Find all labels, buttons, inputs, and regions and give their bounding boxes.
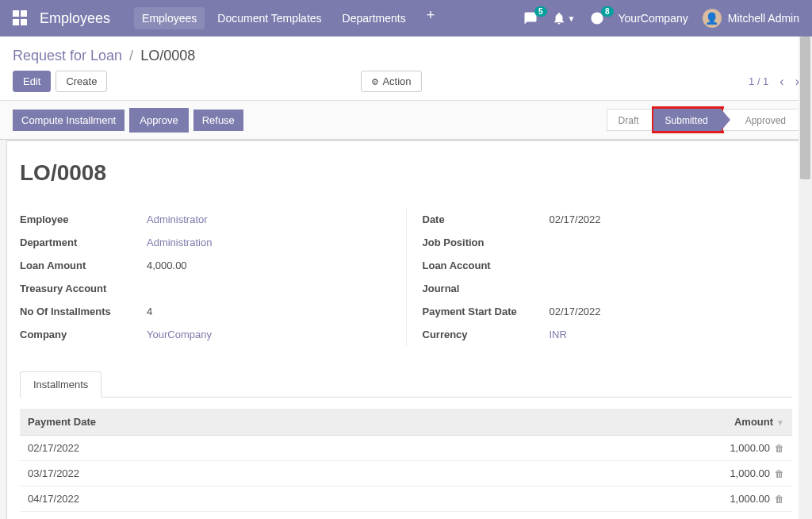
messages-icon[interactable]: 5 bbox=[523, 11, 538, 25]
user-name: Mitchell Admin bbox=[728, 12, 799, 25]
apps-icon[interactable] bbox=[13, 10, 29, 26]
tab-installments[interactable]: Installments bbox=[20, 371, 102, 398]
cell-amount: 1,000.00 bbox=[730, 442, 770, 454]
installments-table: Payment Date Amount▼ 02/17/2022 1,000.00… bbox=[20, 409, 792, 512]
treasury-account-value bbox=[147, 283, 390, 294]
pager-prev-icon[interactable]: ‹ bbox=[779, 75, 783, 89]
col-payment-date[interactable]: Payment Date bbox=[20, 409, 440, 436]
table-row[interactable]: 04/17/2022 1,000.00🗑 bbox=[20, 486, 792, 512]
loan-amount-label: Loan Amount bbox=[20, 260, 147, 271]
cell-payment-date: 02/17/2022 bbox=[20, 436, 440, 461]
status-flow: Draft Submitted Approved bbox=[607, 106, 799, 133]
cell-amount: 1,000.00 bbox=[730, 467, 770, 479]
pager: 1 / 1 bbox=[749, 75, 768, 87]
breadcrumb: Request for Loan / LO/0008 bbox=[13, 48, 195, 64]
job-position-value bbox=[550, 236, 793, 248]
chevron-down-icon: ▼ bbox=[568, 14, 576, 23]
record-title: LO/0008 bbox=[20, 160, 792, 186]
form-sheet: LO/0008 Employee Administrator Departmen… bbox=[6, 140, 806, 519]
approve-button[interactable]: Approve bbox=[129, 108, 188, 133]
department-value[interactable]: Administration bbox=[147, 236, 390, 248]
currency-value[interactable]: INR bbox=[550, 329, 793, 340]
date-label: Date bbox=[423, 213, 550, 225]
cell-payment-date: 03/17/2022 bbox=[20, 461, 440, 486]
trash-icon[interactable]: 🗑 bbox=[775, 468, 784, 479]
treasury-account-label: Treasury Account bbox=[20, 283, 147, 294]
status-step-approved[interactable]: Approved bbox=[723, 109, 799, 131]
sort-arrow-icon: ▼ bbox=[776, 418, 784, 427]
journal-label: Journal bbox=[423, 283, 550, 294]
refuse-button[interactable]: Refuse bbox=[193, 110, 243, 131]
notebook-tabs: Installments bbox=[20, 371, 792, 398]
table-row[interactable]: 02/17/2022 1,000.00🗑 bbox=[20, 436, 792, 461]
nav-tab-employees[interactable]: Employees bbox=[134, 7, 205, 29]
nav-tab-departments[interactable]: Departments bbox=[335, 7, 414, 29]
no-installments-label: No Of Installments bbox=[20, 306, 147, 317]
nav-right: 5 ▼ 8 YourCompany 👤 Mitchell Admin bbox=[523, 9, 799, 28]
trash-icon[interactable]: 🗑 bbox=[775, 494, 784, 505]
avatar: 👤 bbox=[703, 9, 722, 28]
scrollbar[interactable] bbox=[799, 37, 812, 519]
department-label: Department bbox=[20, 236, 147, 248]
breadcrumb-parent[interactable]: Request for Loan bbox=[13, 48, 122, 63]
loan-account-value bbox=[550, 260, 793, 271]
user-menu[interactable]: 👤 Mitchell Admin bbox=[703, 9, 799, 28]
no-installments-value: 4 bbox=[147, 306, 390, 317]
activities-badge: 8 bbox=[601, 6, 614, 17]
date-value: 02/17/2022 bbox=[550, 213, 793, 225]
loan-account-label: Loan Account bbox=[423, 260, 550, 271]
employee-label: Employee bbox=[20, 213, 147, 225]
scrollbar-thumb[interactable] bbox=[800, 37, 810, 179]
col-amount[interactable]: Amount▼ bbox=[440, 409, 792, 436]
breadcrumb-separator: / bbox=[129, 48, 133, 63]
cell-amount: 1,000.00 bbox=[730, 493, 770, 505]
loan-amount-value: 4,000.00 bbox=[147, 260, 390, 271]
trash-icon[interactable]: 🗑 bbox=[775, 443, 784, 454]
create-button[interactable]: Create bbox=[56, 71, 107, 92]
activities-icon[interactable]: 8 bbox=[590, 11, 604, 25]
main-navbar: Employees Employees Document Templates D… bbox=[0, 0, 812, 37]
nav-add-menu-icon[interactable]: + bbox=[419, 7, 443, 29]
action-button[interactable]: Action bbox=[361, 71, 421, 92]
nav-tabs: Employees Document Templates Departments… bbox=[134, 7, 442, 29]
status-step-submitted[interactable]: Submitted bbox=[653, 109, 722, 131]
job-position-label: Job Position bbox=[423, 236, 550, 248]
company-label: Company bbox=[20, 329, 147, 340]
messages-badge: 5 bbox=[534, 6, 547, 17]
notifications-icon[interactable]: ▼ bbox=[552, 11, 576, 25]
breadcrumb-current: LO/0008 bbox=[140, 48, 195, 63]
edit-button[interactable]: Edit bbox=[13, 71, 51, 92]
payment-start-date-label: Payment Start Date bbox=[423, 306, 550, 317]
control-panel: Edit Create Action 1 / 1 ‹ › bbox=[0, 71, 812, 100]
employee-value[interactable]: Administrator bbox=[147, 213, 390, 225]
currency-label: Currency bbox=[423, 329, 550, 340]
app-title: Employees bbox=[40, 10, 110, 27]
journal-value bbox=[550, 283, 793, 294]
nav-tab-document-templates[interactable]: Document Templates bbox=[209, 7, 329, 29]
payment-start-date-value: 02/17/2022 bbox=[550, 306, 793, 317]
company-switcher[interactable]: YourCompany bbox=[619, 12, 688, 25]
table-row[interactable]: 03/17/2022 1,000.00🗑 bbox=[20, 461, 792, 486]
company-value[interactable]: YourCompany bbox=[147, 329, 390, 340]
status-step-draft[interactable]: Draft bbox=[607, 109, 652, 131]
cell-payment-date: 04/17/2022 bbox=[20, 486, 440, 512]
status-bar: Compute Installment Approve Refuse Draft… bbox=[0, 100, 812, 140]
compute-installment-button[interactable]: Compute Installment bbox=[13, 110, 124, 131]
